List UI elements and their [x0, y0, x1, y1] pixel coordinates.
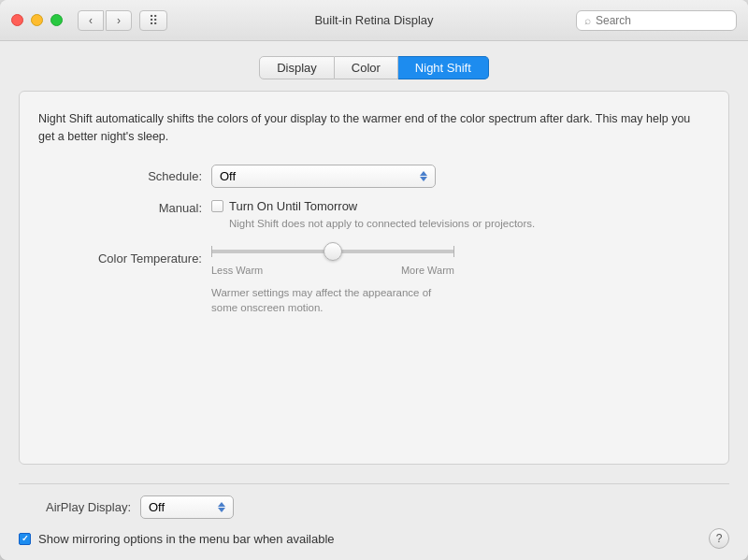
slider-labels: Less Warm More Warm: [211, 265, 454, 276]
airplay-arrow-up-icon: [218, 502, 225, 507]
main-panel: Night Shift automatically shifts the col…: [19, 91, 729, 465]
temp-label: Color Temperature:: [38, 242, 202, 266]
description: Night Shift automatically shifts the col…: [38, 110, 710, 146]
manual-checkbox[interactable]: [211, 200, 223, 212]
tick-end: [453, 246, 454, 257]
help-button[interactable]: ?: [709, 528, 729, 549]
airplay-dropdown[interactable]: Off: [140, 495, 234, 519]
search-icon: ⌕: [584, 14, 591, 27]
minimize-button[interactable]: [31, 14, 43, 26]
mirroring-row: Show mirroring options in the menu bar w…: [19, 528, 729, 549]
dropdown-arrow-icon: [420, 171, 427, 181]
traffic-lights: [11, 14, 63, 26]
question-mark-icon: ?: [716, 532, 723, 545]
airplay-label: AirPlay Display:: [19, 500, 131, 514]
search-box[interactable]: ⌕: [576, 10, 737, 31]
forward-button[interactable]: ›: [106, 10, 132, 31]
tab-color[interactable]: Color: [335, 56, 398, 79]
grid-icon: ⠿: [149, 13, 158, 28]
content: Display Color Night Shift Night Shift au…: [0, 41, 748, 560]
manual-label-group: Turn On Until Tomorrow Night Shift does …: [229, 199, 535, 231]
more-warm-label: More Warm: [401, 265, 454, 276]
airplay-arrow-down-icon: [218, 508, 225, 512]
form-section: Schedule: Off Manual:: [38, 165, 710, 315]
manual-checkbox-row: Turn On Until Tomorrow Night Shift does …: [211, 199, 535, 231]
less-warm-label: Less Warm: [211, 265, 263, 276]
tab-display[interactable]: Display: [259, 56, 335, 79]
arrow-up-icon: [420, 171, 427, 176]
titlebar: ‹ › ⠿ Built-in Retina Display ⌕: [0, 0, 748, 41]
tick-start: [211, 246, 212, 257]
search-input[interactable]: [596, 14, 728, 27]
maximize-button[interactable]: [50, 14, 63, 26]
schedule-label: Schedule:: [38, 169, 202, 183]
close-button[interactable]: [11, 14, 23, 26]
airplay-row: AirPlay Display: Off: [19, 495, 729, 519]
arrow-down-icon: [420, 177, 427, 181]
schedule-value: Off: [220, 169, 236, 183]
window: ‹ › ⠿ Built-in Retina Display ⌕ Display …: [0, 0, 748, 560]
mirroring-checkbox[interactable]: [19, 533, 31, 545]
slider-container: Less Warm More Warm Warmer settings may …: [211, 242, 454, 315]
back-button[interactable]: ‹: [78, 10, 104, 31]
grid-button[interactable]: ⠿: [139, 10, 167, 31]
bottom-section: AirPlay Display: Off Show mirroring opti…: [19, 483, 729, 560]
tab-night-shift[interactable]: Night Shift: [398, 56, 489, 79]
airplay-value: Off: [149, 500, 165, 514]
tab-bar: Display Color Night Shift: [0, 41, 748, 91]
manual-row: Manual: Turn On Until Tomorrow Night Shi…: [38, 199, 710, 231]
chevron-right-icon: ›: [117, 14, 121, 27]
window-title: Built-in Retina Display: [314, 13, 433, 27]
nav-buttons: ‹ ›: [78, 10, 132, 31]
schedule-dropdown[interactable]: Off: [211, 165, 436, 188]
temp-row: Color Temperature: Less Warm: [38, 242, 710, 315]
chevron-left-icon: ‹: [89, 14, 93, 27]
slider-wrapper[interactable]: [211, 242, 454, 261]
mirroring-label: Show mirroring options in the menu bar w…: [38, 532, 335, 546]
slider-note: Warmer settings may affect the appearanc…: [211, 285, 454, 315]
schedule-row: Schedule: Off: [38, 165, 710, 188]
manual-checkbox-label: Turn On Until Tomorrow: [229, 199, 535, 213]
slider-thumb[interactable]: [324, 242, 342, 261]
airplay-dropdown-arrow: [218, 502, 225, 512]
manual-note: Night Shift does not apply to connected …: [229, 216, 535, 231]
manual-label: Manual:: [38, 199, 202, 215]
